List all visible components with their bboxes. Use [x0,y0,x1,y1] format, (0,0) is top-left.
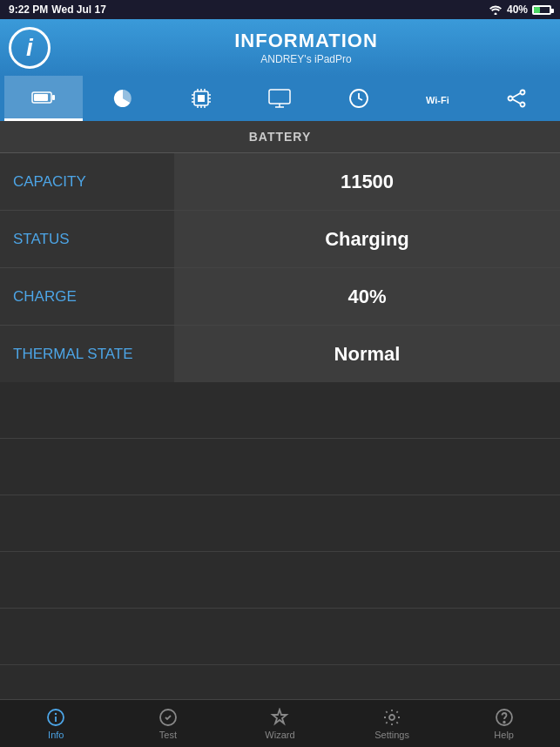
svg-rect-4 [198,95,205,102]
svg-line-26 [512,99,520,104]
help-nav-icon [495,708,514,727]
table-row: CAPACITY 11500 [0,153,560,211]
empty-row [0,552,560,609]
battery-tab-icon [31,90,56,105]
empty-row [0,439,560,495]
bottom-nav-info[interactable]: Info [0,708,112,740]
header-subtitle: ANDREY's iPadPro [234,53,378,65]
svg-point-23 [508,97,512,101]
nav-tab-storage[interactable] [83,76,161,121]
app-header: i INFORMATION ANDREY's iPadPro [0,19,560,76]
svg-rect-1 [52,95,55,100]
nav-tab-cpu[interactable] [162,76,240,121]
svg-line-25 [512,93,520,98]
battery-icon [532,5,551,15]
empty-content-area [0,382,560,722]
screen-icon [268,89,291,108]
status-bar: 9:22 PM Wed Jul 17 40% [0,0,560,19]
info-nav-icon [46,708,65,727]
nav-tabs: Wi-Fi [0,76,560,121]
bottom-nav-settings[interactable]: Settings [336,708,449,740]
svg-point-22 [520,91,524,95]
capacity-value: 11500 [174,153,560,210]
bottom-nav: Info Test Wizard Settings Help [0,699,560,747]
svg-point-24 [520,103,524,107]
svg-rect-2 [34,94,48,101]
settings-nav-icon [382,708,401,727]
nav-tab-wifi[interactable]: Wi-Fi [398,76,476,121]
help-nav-label: Help [494,730,514,740]
settings-nav-label: Settings [374,730,409,740]
svg-point-28 [55,712,57,714]
thermal-value: Normal [174,326,560,382]
table-row: CHARGE 40% [0,268,560,326]
charge-label: CHARGE [0,268,174,325]
capacity-label: CAPACITY [0,153,174,210]
status-day: Wed Jul 17 [51,3,105,16]
battery-fill [534,7,540,13]
test-nav-label: Test [159,730,177,740]
nav-tab-screen[interactable] [240,76,319,121]
battery-data-table: CAPACITY 11500 STATUS Charging CHARGE 40… [0,153,560,382]
bottom-nav-help[interactable]: Help [448,708,560,740]
svg-point-31 [389,715,395,720]
pie-chart-icon [112,88,133,109]
svg-rect-17 [269,90,290,104]
section-header: BATTERY [0,121,560,153]
wifi-icon [489,4,503,15]
thermal-label: THERMAL STATE [0,326,174,382]
status-label: STATUS [0,211,174,267]
empty-row [0,382,560,439]
empty-row [0,495,560,552]
empty-row [0,609,560,665]
wizard-nav-icon [270,708,289,727]
header-text-block: INFORMATION ANDREY's iPadPro [234,30,378,65]
table-row: THERMAL STATE Normal [0,326,560,382]
nav-tab-history[interactable] [320,76,398,121]
nav-tab-battery[interactable] [4,76,83,121]
battery-percent: 40% [507,3,528,16]
svg-text:Wi-Fi: Wi-Fi [426,95,449,105]
status-right: 40% [489,3,551,16]
history-icon [348,88,369,109]
app-logo: i [9,27,51,69]
svg-point-33 [503,721,505,723]
share-icon [507,89,526,108]
bottom-nav-test[interactable]: Test [112,708,225,740]
cpu-icon [191,88,212,109]
table-row: STATUS Charging [0,211,560,268]
status-value: Charging [174,211,560,267]
charge-value: 40% [174,268,560,325]
nav-tab-share[interactable] [477,76,556,121]
header-title: INFORMATION [234,30,378,52]
status-time: 9:22 PM [9,3,48,16]
info-nav-label: Info [48,730,64,740]
wifi-tab-icon: Wi-Fi [425,90,449,107]
status-left: 9:22 PM Wed Jul 17 [9,3,106,16]
test-nav-icon [159,708,178,727]
bottom-nav-wizard[interactable]: Wizard [224,708,336,740]
wizard-nav-label: Wizard [265,730,294,740]
